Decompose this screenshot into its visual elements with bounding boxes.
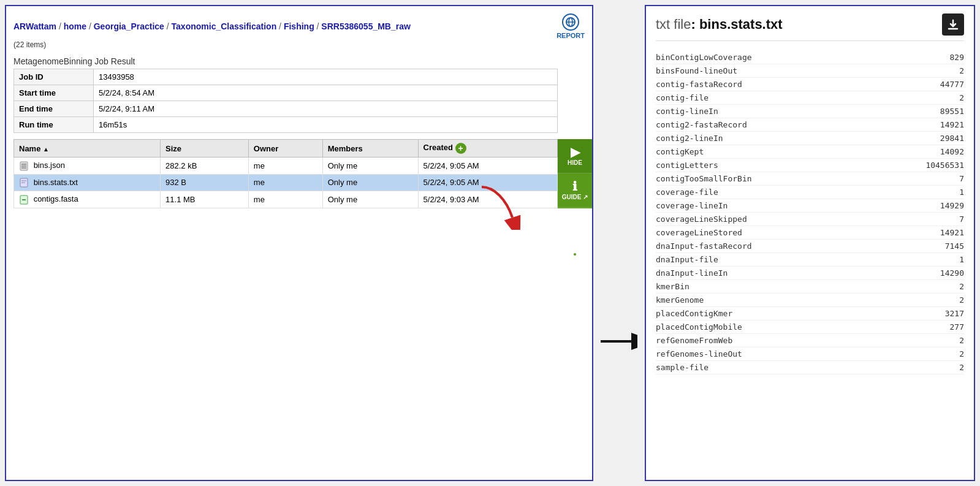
stats-value: 14921 — [915, 228, 964, 237]
stats-row: kmerBin 2 — [656, 280, 964, 294]
job-info-row: Job ID13493958 — [14, 69, 558, 85]
stats-row: dnaInput-lineIn 14290 — [656, 267, 964, 280]
breadcrumb-arwattam[interactable]: ARWattam — [13, 21, 56, 31]
job-value: 5/2/24, 9:11 AM — [94, 101, 558, 117]
job-info-row: Run time16m51s — [14, 117, 558, 133]
stats-row: contig-file 2 — [656, 91, 964, 105]
rename-button[interactable]: RENAME — [558, 311, 592, 345]
file-name-cell: bins.stats.txt — [14, 174, 161, 191]
job-label: Start time — [14, 85, 94, 101]
stats-row: coverageLineStored 14921 — [656, 226, 964, 240]
stats-key: dnaInput-lineIn — [656, 268, 727, 278]
breadcrumb-home[interactable]: home — [64, 21, 86, 31]
stats-row: refGenomeFromWeb 2 — [656, 334, 964, 347]
file-name: bins.stats.txt — [34, 178, 78, 187]
stats-value: 2 — [915, 66, 964, 75]
stats-row: contig-lineIn 89551 — [656, 105, 964, 118]
stats-key: refGenomeFromWeb — [656, 336, 732, 345]
col-created: Created + — [418, 140, 557, 158]
file-table: Name ▲ Size Owner Members Created + bins… — [13, 139, 558, 208]
black-arrow-divider — [601, 201, 637, 481]
add-column-button[interactable]: + — [455, 143, 466, 154]
file-members: Only me — [322, 158, 418, 175]
file-created: 5/2/24, 9:03 AM — [418, 191, 557, 208]
stats-table: binContigLowCoverage 829 binsFound-lineO… — [656, 51, 964, 374]
stats-value: 7 — [915, 174, 964, 183]
col-size: Size — [161, 140, 249, 158]
hide-icon: ▶ — [571, 146, 580, 158]
table-row[interactable]: bins.json 282.2 kB me Only me 5/2/24, 9:… — [14, 158, 558, 175]
breadcrumb-georgia[interactable]: Georgia_Practice — [94, 21, 164, 31]
job-label: Run time — [14, 117, 94, 133]
stats-value: 1 — [915, 188, 964, 197]
col-owner: Owner — [248, 140, 322, 158]
table-row[interactable]: bins.stats.txt 932 B me Only me 5/2/24, … — [14, 174, 558, 191]
stats-value: 3217 — [915, 309, 964, 318]
breadcrumb-taxclass[interactable]: Taxonomic_Classification — [172, 21, 277, 31]
guide-button[interactable]: ℹ GUIDE ↗ — [558, 173, 592, 208]
stats-row: coverageLineSkipped 7 — [656, 213, 964, 226]
action-sidebar: ▶ HIDE ℹ GUIDE ↗ ⬇ DWNLD VIEW — [558, 139, 592, 208]
stats-row: dnaInput-fastaRecord 7145 — [656, 240, 964, 253]
file-table-wrapper: Name ▲ Size Owner Members Created + bins… — [13, 139, 592, 208]
stats-key: coverageLineSkipped — [656, 215, 747, 224]
stats-row: placedContigKmer 3217 — [656, 307, 964, 321]
stats-value: 1 — [915, 255, 964, 264]
right-panel-header: txt file: bins.stats.txt — [656, 13, 964, 41]
stats-value: 10456531 — [915, 161, 964, 170]
stats-row: binsFound-lineOut 2 — [656, 64, 964, 78]
view-icon — [568, 249, 582, 261]
hide-button[interactable]: ▶ HIDE — [558, 139, 592, 173]
stats-row: coverage-lineIn 14929 — [656, 199, 964, 213]
stats-key: refGenomes-lineOut — [656, 349, 742, 359]
stats-row: contigKept 14092 — [656, 145, 964, 159]
breadcrumb-srr[interactable]: SRR5386055_MB_raw — [321, 21, 411, 31]
svg-rect-17 — [573, 284, 577, 286]
download-button[interactable]: ⬇ DWNLD — [558, 208, 592, 242]
breadcrumb: ARWattam / home / Georgia_Practice / Tax… — [13, 21, 411, 31]
stats-row: contig2-fastaRecord 14921 — [656, 118, 964, 132]
file-type-icon — [19, 178, 29, 188]
stats-key: coverageLineStored — [656, 228, 742, 237]
item-count: (22 items) — [11, 39, 592, 53]
hide-label: HIDE — [568, 159, 582, 166]
stats-value: 14092 — [915, 147, 964, 156]
stats-value: 14921 — [915, 120, 964, 129]
file-name-cell: bins.json — [14, 158, 161, 175]
left-panel: ARWattam / home / Georgia_Practice / Tax… — [5, 5, 593, 481]
stats-value: 7145 — [915, 241, 964, 251]
stats-key: kmerBin — [656, 282, 689, 291]
stats-key: contig-file — [656, 93, 708, 102]
stats-key: contigTooSmallForBin — [656, 174, 752, 183]
delete-button[interactable]: DELETE — [558, 276, 592, 311]
stats-row: binContigLowCoverage 829 — [656, 51, 964, 64]
col-members: Members — [322, 140, 418, 158]
stats-row: contig2-lineIn 29841 — [656, 132, 964, 145]
stats-value: 7 — [915, 215, 964, 224]
stats-row: sample-file 2 — [656, 361, 964, 374]
job-value: 13493958 — [94, 69, 558, 85]
stats-key: placedContigKmer — [656, 309, 732, 318]
stats-value: 29841 — [915, 134, 964, 143]
stats-key: coverage-lineIn — [656, 201, 727, 210]
file-size: 282.2 kB — [161, 158, 249, 175]
view-button[interactable]: VIEW — [558, 242, 592, 276]
report-button[interactable]: REPORT — [556, 13, 585, 39]
stats-key: binsFound-lineOut — [656, 66, 737, 75]
svg-line-21 — [576, 320, 578, 322]
stats-key: coverage-file — [656, 188, 718, 197]
table-row[interactable]: contigs.fasta 11.1 MB me Only me 5/2/24,… — [14, 191, 558, 208]
file-download-button[interactable] — [942, 13, 964, 36]
guide-icon: ℹ — [572, 180, 577, 192]
job-label: Job ID — [14, 69, 94, 85]
view-label: VIEW — [567, 262, 583, 269]
stats-key: contig2-lineIn — [656, 134, 723, 143]
file-name-cell: contigs.fasta — [14, 191, 161, 208]
stats-key: kmerGenome — [656, 295, 704, 305]
stats-value: 2 — [915, 349, 964, 359]
stats-value: 89551 — [915, 107, 964, 116]
stats-value: 829 — [915, 53, 964, 62]
stats-key: sample-file — [656, 363, 708, 372]
breadcrumb-fishing[interactable]: Fishing — [284, 21, 314, 31]
file-type-label: txt file — [656, 17, 691, 32]
